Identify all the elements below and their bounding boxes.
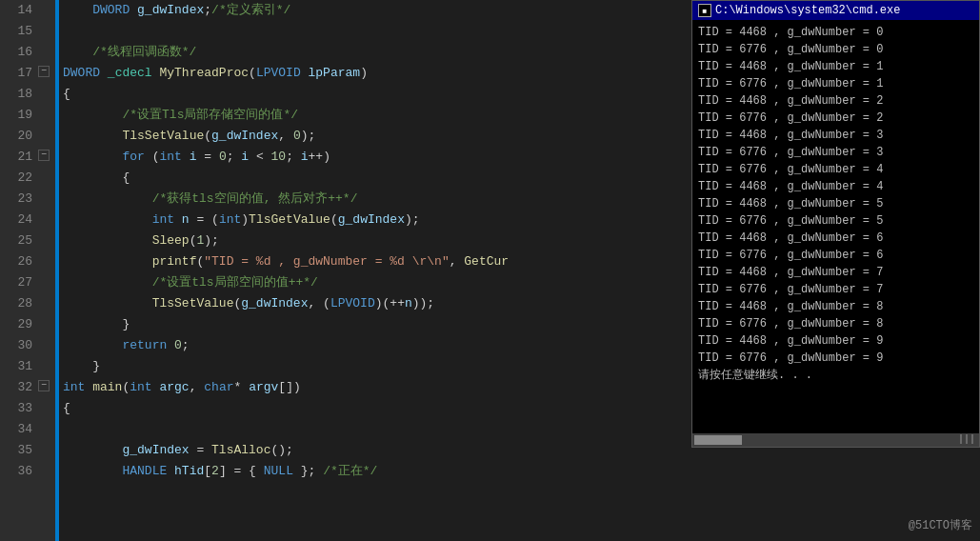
cmd-line: TID = 6776 , g_dwNumber = 6 — [698, 247, 973, 264]
cmd-window: ■ C:\Windows\system32\cmd.exe TID = 4468… — [691, 0, 980, 448]
line-num-22: 22 — [0, 168, 38, 189]
code-line-31: } — [55, 356, 686, 377]
cmd-line: TID = 6776 , g_dwNumber = 5 — [698, 212, 973, 230]
code-line-27: /*设置tls局部空间的值++*/ — [55, 272, 686, 293]
cmd-line: TID = 6776 , g_dwNumber = 4 — [698, 161, 973, 178]
code-line-30: return 0; — [55, 335, 686, 356]
cmd-line: TID = 6776 , g_dwNumber = 0 — [698, 41, 973, 58]
cmd-line: TID = 4468 , g_dwNumber = 3 — [698, 127, 973, 144]
cmd-line: TID = 4468 , g_dwNumber = 5 — [698, 195, 973, 212]
line-num-27: 27 — [0, 272, 38, 293]
code-content: DWORD g_dwIndex;/*定义索引*/ /*线程回调函数*/ DWOR… — [55, 0, 686, 541]
cmd-line: TID = 4468 , g_dwNumber = 2 — [698, 92, 973, 110]
code-line-23: /*获得tls空间的值, 然后对齐++*/ — [55, 189, 686, 210]
line-num-23: 23 — [0, 189, 38, 210]
cmd-line: TID = 4468 , g_dwNumber = 9 — [698, 332, 973, 350]
collapse-main-btn[interactable]: − — [38, 380, 50, 391]
line-num-30: 30 — [0, 335, 38, 356]
line-num-20: 20 — [0, 126, 38, 147]
code-editor: 14 15 16 17 18 19 20 21 22 23 24 25 26 2… — [0, 0, 686, 541]
cmd-line: TID = 6776 , g_dwNumber = 9 — [698, 350, 973, 367]
cmd-line: TID = 4468 , g_dwNumber = 4 — [698, 178, 973, 195]
line-numbers: 14 15 16 17 18 19 20 21 22 23 24 25 26 2… — [0, 0, 38, 541]
line-num-18: 18 — [0, 84, 38, 105]
code-line-36: HANDLE hTid[2] = { NULL }; /*正在*/ — [55, 461, 686, 482]
line-num-32: 32 — [0, 377, 38, 398]
cmd-output: TID = 4468 , g_dwNumber = 0TID = 6776 , … — [692, 20, 979, 433]
line-num-33: 33 — [0, 398, 38, 419]
cmd-line: TID = 6776 , g_dwNumber = 3 — [698, 144, 973, 161]
cmd-hscrollbar[interactable]: ||| — [692, 433, 979, 447]
line-num-34: 34 — [0, 419, 38, 440]
cmd-line: 请按任意键继续. . . — [698, 367, 973, 384]
code-line-32: int main(int argc, char* argv[]) — [55, 377, 686, 398]
left-accent-bar — [55, 0, 59, 541]
code-line-35: g_dwIndex = TlsAlloc(); — [55, 440, 686, 461]
code-line-28: TlsSetValue(g_dwIndex, (LPVOID)(++n)); — [55, 293, 686, 314]
cmd-line: TID = 4468 , g_dwNumber = 7 — [698, 264, 973, 281]
cmd-title: C:\Windows\system32\cmd.exe — [715, 4, 900, 17]
line-num-14: 14 — [0, 0, 38, 21]
cmd-line: TID = 6776 , g_dwNumber = 8 — [698, 315, 973, 332]
line-num-17: 17 — [0, 63, 38, 84]
code-gutter: − − − — [38, 0, 55, 541]
watermark: @51CTO博客 — [909, 517, 972, 533]
cmd-line: TID = 6776 , g_dwNumber = 7 — [698, 281, 973, 298]
code-line-15 — [55, 21, 686, 42]
code-line-16: /*线程回调函数*/ — [55, 42, 686, 63]
code-line-18: { — [55, 84, 686, 105]
line-num-29: 29 — [0, 314, 38, 335]
code-line-24: int n = (int)TlsGetValue(g_dwIndex); — [55, 210, 686, 230]
collapse-function-btn[interactable]: − — [38, 66, 50, 77]
line-num-25: 25 — [0, 230, 38, 251]
code-line-25: Sleep(1); — [55, 230, 686, 251]
line-num-15: 15 — [0, 21, 38, 42]
code-line-19: /*设置Tls局部存储空间的值*/ — [55, 105, 686, 126]
cmd-line: TID = 4468 , g_dwNumber = 0 — [698, 24, 973, 41]
line-num-19: 19 — [0, 105, 38, 126]
code-line-17: DWORD _cdecl MyThreadProc(LPVOID lpParam… — [55, 63, 686, 84]
line-num-31: 31 — [0, 356, 38, 377]
line-num-24: 24 — [0, 210, 38, 230]
code-line-14: DWORD g_dwIndex;/*定义索引*/ — [55, 0, 686, 21]
cmd-line: TID = 4468 , g_dwNumber = 6 — [698, 230, 973, 247]
code-line-29: } — [55, 314, 686, 335]
line-num-36: 36 — [0, 461, 38, 482]
cmd-titlebar: ■ C:\Windows\system32\cmd.exe — [692, 1, 979, 20]
code-line-21: for (int i = 0; i < 10; i++) — [55, 147, 686, 168]
cmd-line: TID = 4468 , g_dwNumber = 1 — [698, 58, 973, 75]
line-num-28: 28 — [0, 293, 38, 314]
code-line-22: { — [55, 168, 686, 189]
line-num-16: 16 — [0, 42, 38, 63]
collapse-for-btn[interactable]: − — [38, 150, 50, 161]
code-line-34 — [55, 419, 686, 440]
cmd-line: TID = 4468 , g_dwNumber = 8 — [698, 298, 973, 315]
cmd-line: TID = 6776 , g_dwNumber = 1 — [698, 75, 973, 92]
line-num-21: 21 — [0, 147, 38, 168]
cmd-line: TID = 6776 , g_dwNumber = 2 — [698, 110, 973, 127]
code-line-20: TlsSetValue(g_dwIndex, 0); — [55, 126, 686, 147]
cmd-icon: ■ — [698, 4, 711, 17]
line-num-35: 35 — [0, 440, 38, 461]
code-line-26: printf("TID = %d , g_dwNumber = %d \r\n"… — [55, 251, 686, 272]
cmd-scroll-label: ||| — [958, 433, 977, 447]
code-line-33: { — [55, 398, 686, 419]
cmd-hscroll-thumb — [694, 435, 742, 445]
line-num-26: 26 — [0, 251, 38, 272]
